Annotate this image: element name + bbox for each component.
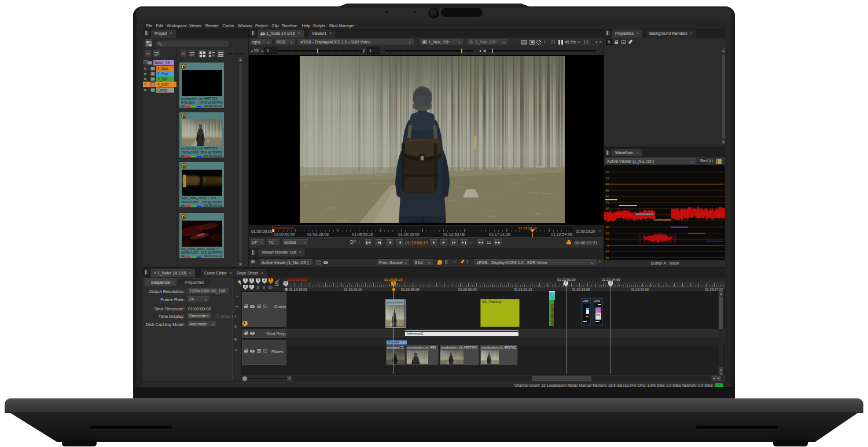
svg-text:30: 30	[605, 225, 609, 229]
svg-text:20: 20	[605, 256, 609, 259]
svg-text:90: 90	[605, 189, 609, 192]
svg-text:80: 80	[605, 195, 609, 198]
svg-text:20: 20	[605, 232, 609, 235]
svg-text:10: 10	[605, 250, 609, 253]
svg-text:10: 10	[605, 237, 609, 241]
svg-text:70: 70	[605, 201, 609, 204]
svg-text:10: 10	[605, 177, 609, 180]
svg-text:0: 0	[607, 244, 609, 247]
svg-text:00: 00	[605, 182, 609, 186]
svg-text:20: 20	[605, 170, 609, 174]
svg-text:60: 60	[605, 207, 609, 210]
